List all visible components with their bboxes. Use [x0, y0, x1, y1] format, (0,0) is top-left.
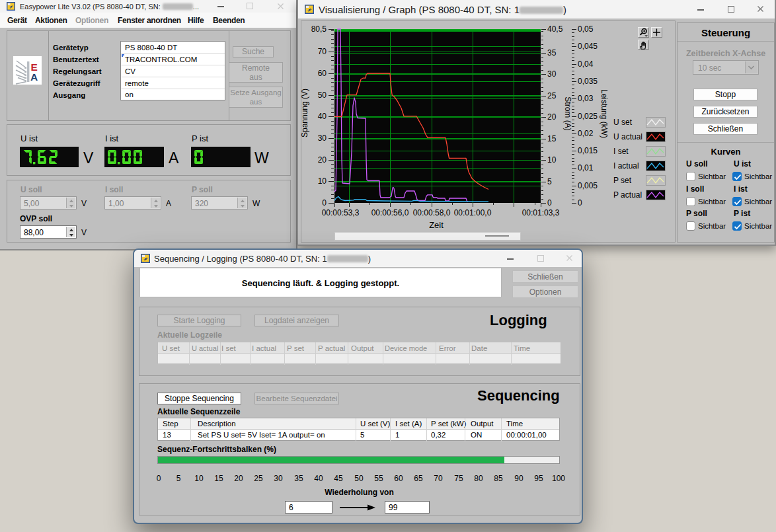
svg-text:00:00:56,0: 00:00:56,0	[371, 208, 409, 217]
svg-text:0,03: 0,03	[578, 94, 594, 103]
svg-text:00:01:00,0: 00:01:00,0	[454, 208, 492, 217]
svg-text:80,5: 80,5	[311, 24, 327, 34]
svg-text:60: 60	[318, 69, 327, 78]
svg-text:Leistung (kW): Leistung (kW)	[600, 89, 609, 138]
svg-text:0,025: 0,025	[578, 112, 598, 121]
svg-text:30: 30	[547, 69, 557, 79]
svg-text:25: 25	[547, 91, 557, 100]
svg-text:0,015: 0,015	[578, 146, 598, 155]
svg-text:20: 20	[547, 112, 557, 122]
svg-text:00:01:03,3: 00:01:03,3	[522, 208, 560, 217]
svg-text:0: 0	[578, 198, 582, 208]
svg-text:15: 15	[547, 134, 557, 143]
svg-text:0,035: 0,035	[578, 77, 598, 86]
svg-text:0,02: 0,02	[578, 129, 594, 138]
svg-text:70: 70	[318, 47, 327, 56]
svg-text:35: 35	[547, 48, 557, 57]
svg-text:10: 10	[547, 155, 557, 165]
svg-text:0,05: 0,05	[578, 24, 594, 34]
svg-text:0,045: 0,045	[578, 42, 598, 51]
svg-text:5: 5	[547, 177, 552, 186]
svg-text:40: 40	[318, 112, 327, 121]
svg-text:A: A	[30, 71, 38, 83]
svg-text:30: 30	[318, 133, 327, 143]
svg-text:0,005: 0,005	[578, 181, 598, 190]
svg-text:50: 50	[318, 91, 327, 100]
svg-text:Strom (A): Strom (A)	[563, 96, 572, 130]
svg-text:0: 0	[547, 198, 552, 208]
svg-text:Spannung (V): Spannung (V)	[300, 89, 309, 137]
svg-text:00:00:58,0: 00:00:58,0	[413, 208, 451, 217]
svg-text:Zeit: Zeit	[429, 220, 444, 230]
svg-text:20: 20	[318, 155, 327, 165]
svg-text:00:00:53,3: 00:00:53,3	[322, 208, 360, 217]
svg-text:0,04: 0,04	[578, 59, 594, 69]
svg-text:0: 0	[322, 198, 327, 208]
svg-text:0,01: 0,01	[578, 163, 594, 172]
svg-text:40,5: 40,5	[547, 24, 563, 34]
svg-text:10: 10	[318, 176, 327, 186]
